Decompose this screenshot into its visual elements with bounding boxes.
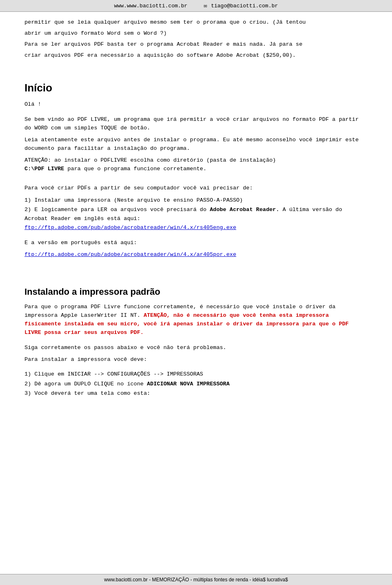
intro-line4: criar arquivos PDF era necessário a aqui… xyxy=(24,51,368,60)
list-item-2: 2) E logicamente para LER oa arquivos vo… xyxy=(24,205,368,223)
main-content: permitir que se leia qualquer arquivo me… xyxy=(0,12,392,574)
greeting: Olá ! xyxy=(24,100,368,109)
intro-line3: Para se ler arquivos PDF basta ter o pro… xyxy=(24,40,368,49)
atencao-suffix: para que o programa funcione corretament… xyxy=(64,166,206,172)
atencao-para: ATENÇÃO: ao instalar o PDFLIVRE escolha … xyxy=(24,156,368,173)
impressora-step2: 2) Dê agora um DUPLO CLIQUE no ícone ADI… xyxy=(24,380,368,389)
item2-bold: Adobe Acrobat Reader. xyxy=(210,207,279,213)
para3: Para você criar PDFs a partir de seu com… xyxy=(24,184,368,193)
link2-prefix: E a versão em português está aqui: xyxy=(24,239,368,247)
email-display: ✉ tiago@baciotti.com.br xyxy=(204,2,278,9)
email-text: tiago@baciotti.com.br xyxy=(211,3,278,9)
top-bar: www.www.baciotti.com.br ✉ tiago@baciotti… xyxy=(0,0,392,12)
impressora-para3: Para instalar a impressora você deve: xyxy=(24,356,368,364)
website-text: www.www.baciotti.com.br xyxy=(114,3,187,9)
atencao-prefix: ATENÇÃO: ao instalar o PDFLIVRE escolha … xyxy=(24,157,276,163)
step2-bold: ADICIONAR NOVA IMPRESSORA xyxy=(147,381,230,387)
item2-prefix: 2) E logicamente para LER oa arquivos vo… xyxy=(24,207,210,213)
acrobat-link-por[interactable]: ftp://ftp.adobe.com/pub/adobe/acrobatrea… xyxy=(24,251,236,258)
inicio-para1: Se bem vindo ao PDF LIVRE, um programa q… xyxy=(24,116,368,133)
impressora-step1: 1) Clique em INICIAR --> CONFIGURAÇÕES -… xyxy=(24,370,368,379)
link2-container: ftp://ftp.adobe.com/pub/adobe/acrobatrea… xyxy=(24,251,368,259)
intro-line2: abrir um arquivo formato Word sem o Word… xyxy=(24,29,368,38)
envelope-icon: ✉ xyxy=(204,2,207,9)
acrobat-link-eng[interactable]: ftp://ftp.adobe.com/pub/adobe/acrobatrea… xyxy=(24,225,236,231)
intro-line1: permitir que se leia qualquer arquivo me… xyxy=(24,18,368,27)
link1-container: ftp://ftp.adobe.com/pub/adobe/acrobatrea… xyxy=(24,224,368,232)
bottom-bar: www.baciotti.com.br - MEMORIZAÇÃO - múlt… xyxy=(0,574,392,585)
bottom-bar-text: www.baciotti.com.br - MEMORIZAÇÃO - múlt… xyxy=(104,577,288,583)
impressora-para1: Para que o programa PDF Livre funcione c… xyxy=(24,303,368,337)
atencao-code: C:\PDF LIVRE xyxy=(24,166,64,172)
impressora-heading: Instalando a impressora padrão xyxy=(24,285,368,299)
website-display: www.www.baciotti.com.br xyxy=(114,3,187,9)
impressora-para2: Siga corretamente os passos abaixo e voc… xyxy=(24,344,368,352)
inicio-heading: Início xyxy=(24,80,368,97)
step2-prefix: 2) Dê agora um DUPLO CLIQUE no ícone xyxy=(24,381,147,387)
list-item-1: 1) Instalar uma impressora (Neste arquiv… xyxy=(24,196,368,205)
screenshot-placeholder xyxy=(24,399,368,480)
impressora-step3: 3) Você deverá ter uma tela como esta: xyxy=(24,389,368,398)
inicio-para2: Leia atentamente este arquivo antes de i… xyxy=(24,136,368,153)
